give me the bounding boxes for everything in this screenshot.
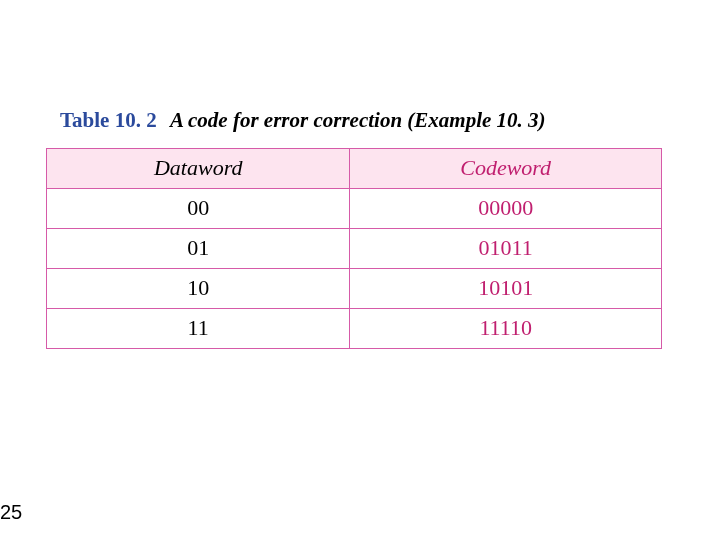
table-row: 10 10101 bbox=[47, 269, 662, 309]
table-caption: Table 10. 2 A code for error correction … bbox=[60, 108, 546, 133]
header-dataword: Dataword bbox=[47, 149, 350, 189]
header-codeword: Codeword bbox=[350, 149, 662, 189]
page-number: 25 bbox=[0, 501, 22, 524]
code-table: Dataword Codeword 00 00000 01 01011 10 1… bbox=[46, 148, 662, 349]
cell-dataword: 01 bbox=[47, 229, 350, 269]
table-row: 11 11110 bbox=[47, 309, 662, 349]
table-row: 01 01011 bbox=[47, 229, 662, 269]
table-title: A code for error correction (Example 10.… bbox=[170, 108, 546, 132]
cell-codeword: 10101 bbox=[350, 269, 662, 309]
cell-dataword: 00 bbox=[47, 189, 350, 229]
cell-codeword: 01011 bbox=[350, 229, 662, 269]
table-label: Table 10. 2 bbox=[60, 108, 157, 132]
cell-dataword: 11 bbox=[47, 309, 350, 349]
table-header-row: Dataword Codeword bbox=[47, 149, 662, 189]
cell-codeword: 11110 bbox=[350, 309, 662, 349]
table-row: 00 00000 bbox=[47, 189, 662, 229]
cell-codeword: 00000 bbox=[350, 189, 662, 229]
cell-dataword: 10 bbox=[47, 269, 350, 309]
